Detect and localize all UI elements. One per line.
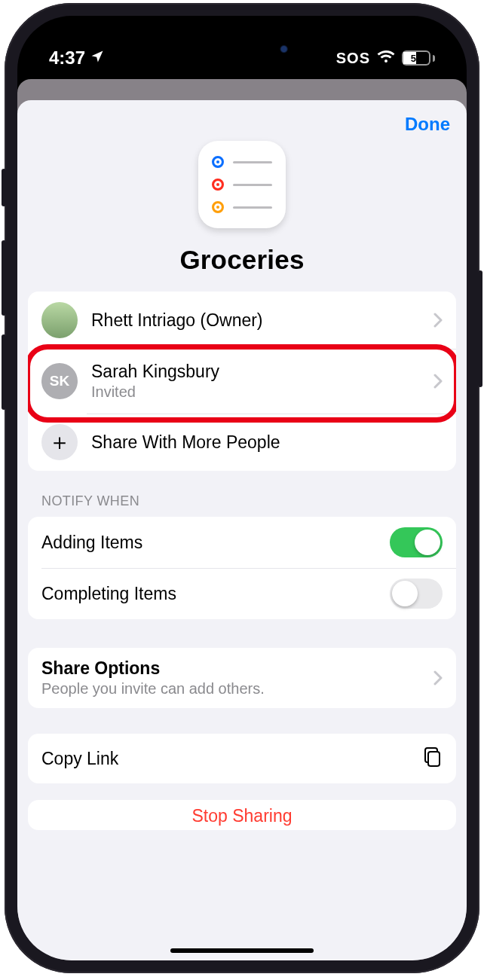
share-sheet: Done Groceries Rhett Intriago (Owner): [17, 100, 467, 960]
share-options-title: Share Options: [41, 658, 433, 679]
svg-rect-0: [428, 752, 440, 766]
participant-name: Sarah Kingsbury: [91, 362, 433, 382]
stop-sharing-card: Stop Sharing: [28, 800, 456, 830]
status-time: 4:37: [49, 47, 85, 69]
participant-invitee[interactable]: SK Sarah Kingsbury Invited: [28, 349, 456, 414]
participant-status: Invited: [91, 383, 433, 401]
share-more-label: Share With More People: [91, 432, 443, 453]
home-indicator[interactable]: [170, 948, 314, 953]
copy-link-button[interactable]: Copy Link: [28, 734, 456, 783]
list-title: Groceries: [179, 245, 304, 275]
sos-indicator: SOS: [336, 50, 370, 67]
participant-name: Rhett Intriago (Owner): [91, 310, 433, 331]
avatar-initials: SK: [41, 363, 78, 399]
copy-icon: [423, 746, 443, 771]
share-options-subtitle: People you invite can add others.: [41, 680, 433, 698]
notify-adding-label: Adding Items: [41, 533, 390, 553]
chevron-right-icon: [433, 313, 443, 328]
participants-card: Rhett Intriago (Owner) SK Sarah Kingsbur…: [28, 292, 456, 471]
notify-completing-toggle[interactable]: [390, 579, 443, 609]
notify-completing-label: Completing Items: [41, 584, 390, 604]
copy-link-label: Copy Link: [41, 749, 423, 769]
notify-adding-row: Adding Items: [28, 517, 456, 568]
participant-owner[interactable]: Rhett Intriago (Owner): [28, 292, 456, 349]
notify-section-header: Notify When: [28, 493, 456, 517]
stop-sharing-button[interactable]: Stop Sharing: [28, 800, 456, 830]
avatar: [41, 302, 78, 338]
chevron-right-icon: [433, 670, 443, 685]
reminders-app-icon: [198, 141, 286, 228]
location-icon: [90, 47, 105, 69]
chevron-right-icon: [433, 374, 443, 389]
share-with-more-button[interactable]: ＋ Share With More People: [28, 414, 456, 471]
share-options-row[interactable]: Share Options People you invite can add …: [28, 648, 456, 708]
done-button[interactable]: Done: [405, 114, 450, 135]
wifi-icon: [377, 50, 395, 67]
stop-sharing-label: Stop Sharing: [192, 806, 293, 826]
notify-adding-toggle[interactable]: [390, 527, 443, 557]
share-options-card: Share Options People you invite can add …: [28, 648, 456, 708]
copy-link-card: Copy Link: [28, 734, 456, 783]
battery-indicator: 51: [402, 50, 435, 66]
notify-completing-row: Completing Items: [28, 568, 456, 619]
notify-card: Adding Items Completing Items: [28, 517, 456, 619]
plus-icon: ＋: [41, 424, 78, 460]
